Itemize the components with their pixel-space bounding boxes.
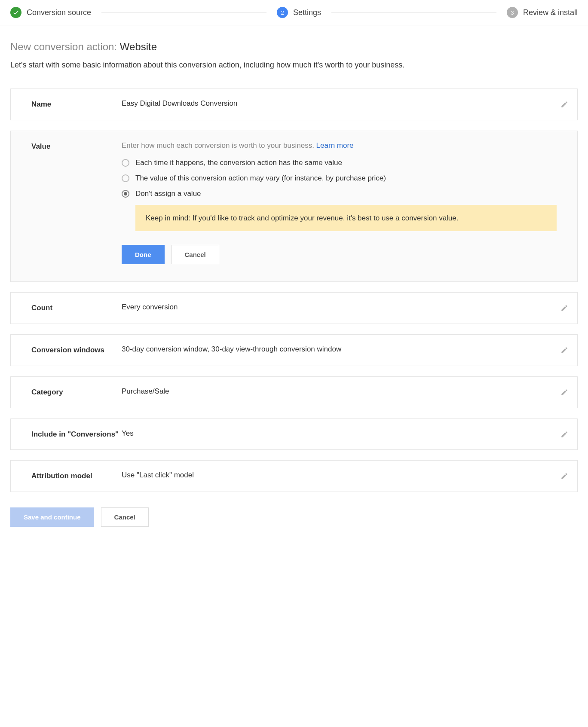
save-and-continue-button[interactable]: Save and continue [10, 507, 94, 527]
card-label: Conversion windows [31, 345, 122, 355]
check-icon [10, 7, 21, 18]
title-source: Website [120, 41, 157, 52]
step-settings[interactable]: 2 Settings [277, 7, 321, 18]
radio-icon [122, 174, 129, 182]
done-button[interactable]: Done [122, 245, 165, 264]
card-count: Count Every conversion [10, 292, 578, 324]
radio-icon [122, 159, 129, 167]
card-value: 30-day conversion window, 30-day view-th… [122, 345, 557, 355]
card-name: Name Easy Digital Downloads Conversion [10, 89, 578, 120]
radio-icon [122, 190, 129, 198]
footer-actions: Save and continue Cancel [10, 507, 578, 527]
cancel-button[interactable]: Cancel [101, 507, 149, 527]
step-conversion-source[interactable]: Conversion source [10, 7, 91, 18]
page-description: Let's start with some basic information … [10, 61, 578, 70]
page-title: New conversion action: Website [10, 41, 578, 53]
pencil-icon [560, 431, 568, 438]
edit-count-button[interactable] [558, 302, 570, 314]
cancel-value-button[interactable]: Cancel [172, 245, 219, 264]
edit-attribution-button[interactable] [558, 470, 570, 482]
edit-include-button[interactable] [558, 428, 570, 440]
edit-category-button[interactable] [558, 386, 570, 398]
card-value-expanded: Value Enter how much each conversion is … [10, 131, 578, 282]
card-label: Count [31, 303, 122, 313]
step-review-install[interactable]: 3 Review & install [507, 7, 578, 18]
card-conversion-windows: Conversion windows 30-day conversion win… [10, 334, 578, 366]
pencil-icon [560, 388, 568, 396]
radio-option-vary-value[interactable]: The value of this conversion action may … [122, 174, 557, 183]
card-value: Every conversion [122, 303, 557, 313]
pencil-icon [560, 472, 568, 480]
card-value: Yes [122, 429, 557, 440]
card-value: Easy Digital Downloads Conversion [122, 99, 557, 110]
step-label: Review & install [523, 8, 578, 17]
pencil-icon [560, 346, 568, 354]
stepper: Conversion source 2 Settings 3 Review & … [0, 0, 588, 25]
pencil-icon [560, 101, 568, 108]
learn-more-link[interactable]: Learn more [316, 141, 354, 150]
card-include-in-conversions: Include in "Conversions" Yes [10, 418, 578, 450]
radio-option-no-value[interactable]: Don't assign a value [122, 189, 557, 198]
step-divider [101, 12, 266, 13]
card-value: Use "Last click" model [122, 471, 557, 481]
pencil-icon [560, 304, 568, 312]
radio-option-same-value[interactable]: Each time it happens, the conversion act… [122, 159, 557, 167]
radio-label: Each time it happens, the conversion act… [135, 159, 342, 167]
card-label: Include in "Conversions" [31, 429, 122, 440]
card-label: Value [31, 141, 122, 265]
card-label: Name [31, 99, 122, 110]
warning-message: Keep in mind: If you'd like to track and… [135, 205, 557, 232]
radio-label: The value of this conversion action may … [135, 174, 386, 183]
card-category: Category Purchase/Sale [10, 376, 578, 408]
edit-conversion-windows-button[interactable] [558, 344, 570, 356]
value-description: Enter how much each conversion is worth … [122, 141, 557, 150]
title-prefix: New conversion action: [10, 41, 120, 52]
page-content: New conversion action: Website Let's sta… [0, 25, 588, 544]
radio-label: Don't assign a value [135, 189, 201, 198]
step-number-icon: 3 [507, 7, 518, 18]
card-value: Purchase/Sale [122, 387, 557, 397]
step-number-icon: 2 [277, 7, 288, 18]
step-label: Conversion source [27, 8, 91, 17]
step-label: Settings [293, 8, 321, 17]
card-label: Category [31, 387, 122, 397]
edit-name-button[interactable] [558, 98, 570, 110]
card-attribution-model: Attribution model Use "Last click" model [10, 460, 578, 492]
card-label: Attribution model [31, 471, 122, 481]
step-divider [331, 12, 496, 13]
